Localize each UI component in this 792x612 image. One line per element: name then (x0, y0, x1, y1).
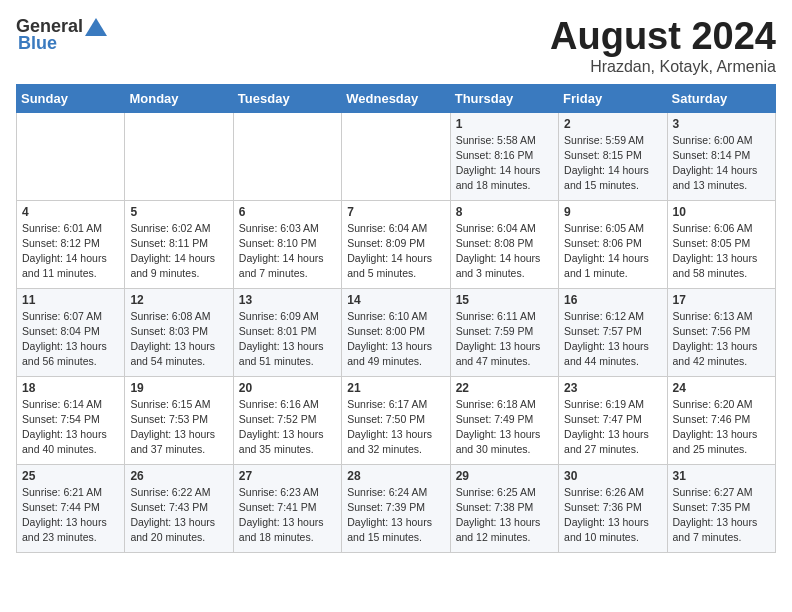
calendar-week-row: 11Sunrise: 6:07 AM Sunset: 8:04 PM Dayli… (17, 288, 776, 376)
calendar-week-row: 25Sunrise: 6:21 AM Sunset: 7:44 PM Dayli… (17, 464, 776, 552)
day-number: 24 (673, 381, 770, 395)
calendar-day-cell: 26Sunrise: 6:22 AM Sunset: 7:43 PM Dayli… (125, 464, 233, 552)
day-number: 9 (564, 205, 661, 219)
calendar-day-cell (342, 112, 450, 200)
day-number: 13 (239, 293, 336, 307)
calendar-day-cell: 31Sunrise: 6:27 AM Sunset: 7:35 PM Dayli… (667, 464, 775, 552)
day-number: 15 (456, 293, 553, 307)
calendar-day-cell: 17Sunrise: 6:13 AM Sunset: 7:56 PM Dayli… (667, 288, 775, 376)
calendar-day-cell (233, 112, 341, 200)
calendar-day-cell: 1Sunrise: 5:58 AM Sunset: 8:16 PM Daylig… (450, 112, 558, 200)
day-number: 16 (564, 293, 661, 307)
day-number: 18 (22, 381, 119, 395)
svg-marker-0 (85, 18, 107, 36)
weekday-header-cell: Sunday (17, 84, 125, 112)
calendar-week-row: 18Sunrise: 6:14 AM Sunset: 7:54 PM Dayli… (17, 376, 776, 464)
day-info: Sunrise: 6:22 AM Sunset: 7:43 PM Dayligh… (130, 485, 227, 546)
calendar-day-cell: 5Sunrise: 6:02 AM Sunset: 8:11 PM Daylig… (125, 200, 233, 288)
weekday-header-cell: Monday (125, 84, 233, 112)
day-info: Sunrise: 6:17 AM Sunset: 7:50 PM Dayligh… (347, 397, 444, 458)
logo-icon (85, 18, 107, 36)
day-number: 1 (456, 117, 553, 131)
calendar-day-cell: 8Sunrise: 6:04 AM Sunset: 8:08 PM Daylig… (450, 200, 558, 288)
logo: General Blue (16, 16, 107, 54)
day-number: 23 (564, 381, 661, 395)
day-number: 27 (239, 469, 336, 483)
day-info: Sunrise: 6:11 AM Sunset: 7:59 PM Dayligh… (456, 309, 553, 370)
calendar-day-cell: 11Sunrise: 6:07 AM Sunset: 8:04 PM Dayli… (17, 288, 125, 376)
calendar-day-cell: 22Sunrise: 6:18 AM Sunset: 7:49 PM Dayli… (450, 376, 558, 464)
day-number: 29 (456, 469, 553, 483)
calendar-table: SundayMondayTuesdayWednesdayThursdayFrid… (16, 84, 776, 553)
calendar-body: 1Sunrise: 5:58 AM Sunset: 8:16 PM Daylig… (17, 112, 776, 552)
day-info: Sunrise: 6:21 AM Sunset: 7:44 PM Dayligh… (22, 485, 119, 546)
day-number: 12 (130, 293, 227, 307)
day-number: 11 (22, 293, 119, 307)
day-number: 2 (564, 117, 661, 131)
day-info: Sunrise: 6:03 AM Sunset: 8:10 PM Dayligh… (239, 221, 336, 282)
header: General Blue August 2024 Hrazdan, Kotayk… (16, 16, 776, 76)
day-number: 14 (347, 293, 444, 307)
day-info: Sunrise: 6:10 AM Sunset: 8:00 PM Dayligh… (347, 309, 444, 370)
calendar-day-cell: 9Sunrise: 6:05 AM Sunset: 8:06 PM Daylig… (559, 200, 667, 288)
day-number: 19 (130, 381, 227, 395)
calendar-week-row: 4Sunrise: 6:01 AM Sunset: 8:12 PM Daylig… (17, 200, 776, 288)
calendar-day-cell: 19Sunrise: 6:15 AM Sunset: 7:53 PM Dayli… (125, 376, 233, 464)
day-number: 25 (22, 469, 119, 483)
calendar-day-cell: 4Sunrise: 6:01 AM Sunset: 8:12 PM Daylig… (17, 200, 125, 288)
day-number: 30 (564, 469, 661, 483)
day-number: 26 (130, 469, 227, 483)
day-number: 31 (673, 469, 770, 483)
calendar-day-cell: 25Sunrise: 6:21 AM Sunset: 7:44 PM Dayli… (17, 464, 125, 552)
day-number: 21 (347, 381, 444, 395)
calendar-day-cell: 10Sunrise: 6:06 AM Sunset: 8:05 PM Dayli… (667, 200, 775, 288)
logo-text-blue: Blue (16, 33, 57, 54)
day-info: Sunrise: 6:09 AM Sunset: 8:01 PM Dayligh… (239, 309, 336, 370)
day-info: Sunrise: 6:13 AM Sunset: 7:56 PM Dayligh… (673, 309, 770, 370)
day-info: Sunrise: 6:04 AM Sunset: 8:09 PM Dayligh… (347, 221, 444, 282)
day-number: 28 (347, 469, 444, 483)
day-info: Sunrise: 5:58 AM Sunset: 8:16 PM Dayligh… (456, 133, 553, 194)
day-info: Sunrise: 6:02 AM Sunset: 8:11 PM Dayligh… (130, 221, 227, 282)
weekday-header-cell: Saturday (667, 84, 775, 112)
day-info: Sunrise: 6:25 AM Sunset: 7:38 PM Dayligh… (456, 485, 553, 546)
calendar-day-cell: 18Sunrise: 6:14 AM Sunset: 7:54 PM Dayli… (17, 376, 125, 464)
day-number: 5 (130, 205, 227, 219)
day-info: Sunrise: 6:12 AM Sunset: 7:57 PM Dayligh… (564, 309, 661, 370)
calendar-day-cell: 16Sunrise: 6:12 AM Sunset: 7:57 PM Dayli… (559, 288, 667, 376)
weekday-header-cell: Tuesday (233, 84, 341, 112)
day-info: Sunrise: 6:19 AM Sunset: 7:47 PM Dayligh… (564, 397, 661, 458)
day-info: Sunrise: 6:18 AM Sunset: 7:49 PM Dayligh… (456, 397, 553, 458)
weekday-header-cell: Friday (559, 84, 667, 112)
day-info: Sunrise: 6:24 AM Sunset: 7:39 PM Dayligh… (347, 485, 444, 546)
weekday-header-cell: Wednesday (342, 84, 450, 112)
day-info: Sunrise: 5:59 AM Sunset: 8:15 PM Dayligh… (564, 133, 661, 194)
day-number: 3 (673, 117, 770, 131)
day-number: 6 (239, 205, 336, 219)
location: Hrazdan, Kotayk, Armenia (550, 58, 776, 76)
day-info: Sunrise: 6:07 AM Sunset: 8:04 PM Dayligh… (22, 309, 119, 370)
calendar-day-cell: 23Sunrise: 6:19 AM Sunset: 7:47 PM Dayli… (559, 376, 667, 464)
day-info: Sunrise: 6:04 AM Sunset: 8:08 PM Dayligh… (456, 221, 553, 282)
calendar-day-cell: 30Sunrise: 6:26 AM Sunset: 7:36 PM Dayli… (559, 464, 667, 552)
day-number: 8 (456, 205, 553, 219)
title-area: August 2024 Hrazdan, Kotayk, Armenia (550, 16, 776, 76)
day-info: Sunrise: 6:20 AM Sunset: 7:46 PM Dayligh… (673, 397, 770, 458)
day-number: 4 (22, 205, 119, 219)
calendar-day-cell: 2Sunrise: 5:59 AM Sunset: 8:15 PM Daylig… (559, 112, 667, 200)
day-info: Sunrise: 6:06 AM Sunset: 8:05 PM Dayligh… (673, 221, 770, 282)
weekday-header-cell: Thursday (450, 84, 558, 112)
day-number: 10 (673, 205, 770, 219)
day-info: Sunrise: 6:27 AM Sunset: 7:35 PM Dayligh… (673, 485, 770, 546)
day-info: Sunrise: 6:14 AM Sunset: 7:54 PM Dayligh… (22, 397, 119, 458)
calendar-day-cell: 29Sunrise: 6:25 AM Sunset: 7:38 PM Dayli… (450, 464, 558, 552)
day-info: Sunrise: 6:08 AM Sunset: 8:03 PM Dayligh… (130, 309, 227, 370)
calendar-day-cell: 21Sunrise: 6:17 AM Sunset: 7:50 PM Dayli… (342, 376, 450, 464)
day-number: 22 (456, 381, 553, 395)
calendar-day-cell (17, 112, 125, 200)
day-info: Sunrise: 6:26 AM Sunset: 7:36 PM Dayligh… (564, 485, 661, 546)
calendar-day-cell: 7Sunrise: 6:04 AM Sunset: 8:09 PM Daylig… (342, 200, 450, 288)
day-number: 7 (347, 205, 444, 219)
calendar-day-cell: 20Sunrise: 6:16 AM Sunset: 7:52 PM Dayli… (233, 376, 341, 464)
calendar-day-cell (125, 112, 233, 200)
